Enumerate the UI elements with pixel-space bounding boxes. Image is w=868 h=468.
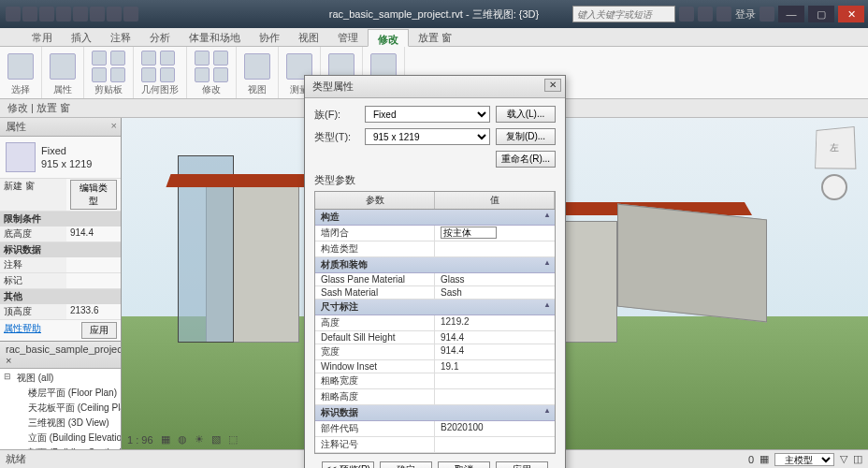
detail-level-icon[interactable]: ▦: [161, 433, 170, 446]
ribbon-tool-icon[interactable]: [92, 67, 107, 82]
tab-2[interactable]: 注释: [101, 28, 140, 46]
properties-close-icon[interactable]: ×: [111, 120, 117, 131]
visual-style-icon[interactable]: ◍: [178, 433, 187, 446]
param-value[interactable]: [435, 241, 555, 256]
tab-5[interactable]: 协作: [250, 28, 289, 46]
star-icon[interactable]: [716, 7, 731, 22]
dialog-close-button[interactable]: ✕: [544, 79, 561, 92]
param-value[interactable]: Sash: [435, 286, 555, 299]
qat-open-icon[interactable]: [22, 7, 37, 22]
ribbon-tool-icon[interactable]: [110, 67, 125, 82]
instance-filter[interactable]: 新建 窗: [0, 179, 66, 211]
properties-apply-button[interactable]: 应用: [81, 322, 117, 339]
param-value[interactable]: 914.4: [435, 344, 555, 359]
ribbon-tool-icon[interactable]: [195, 67, 210, 82]
edit-type-button[interactable]: 编辑类型: [70, 180, 117, 210]
tab-9[interactable]: 放置 窗: [409, 28, 461, 46]
param-value-input[interactable]: [441, 227, 497, 239]
minimize-button[interactable]: —: [778, 6, 804, 22]
param-group-header[interactable]: 标识数据: [315, 405, 555, 421]
help-icon[interactable]: [760, 7, 774, 22]
ribbon-tool-icon[interactable]: [195, 51, 210, 66]
tree-node[interactable]: 视图 (all): [0, 371, 121, 386]
qat-undo-icon[interactable]: [56, 7, 71, 22]
dialog-title-label: 类型属性: [312, 80, 354, 92]
param-value[interactable]: [435, 389, 555, 404]
param-value[interactable]: 914.4: [435, 331, 555, 344]
qat-measure-icon[interactable]: [107, 7, 122, 22]
tree-node[interactable]: 楼层平面 (Floor Plan): [0, 386, 121, 401]
nav-wheel-icon[interactable]: [821, 174, 847, 200]
prop-value[interactable]: 914.4: [66, 227, 121, 241]
properties-help-link[interactable]: 属性帮助: [4, 322, 41, 335]
tab-0[interactable]: 常用: [22, 28, 62, 46]
crop-icon[interactable]: ⬚: [228, 433, 238, 446]
editable-only-icon[interactable]: ◫: [853, 453, 862, 465]
filter-icon[interactable]: ▽: [840, 453, 847, 465]
tab-7[interactable]: 管理: [328, 28, 368, 46]
tab-1[interactable]: 插入: [62, 28, 101, 46]
tab-6[interactable]: 视图: [289, 28, 328, 46]
dialog-apply-button[interactable]: 应用: [496, 461, 548, 468]
ribbon-tool-icon[interactable]: [141, 51, 156, 66]
param-value[interactable]: [435, 373, 555, 388]
ribbon-tool-icon[interactable]: [160, 51, 175, 66]
close-button[interactable]: ✕: [838, 6, 864, 22]
qat-redo-icon[interactable]: [73, 7, 88, 22]
ribbon-tool-icon[interactable]: [213, 67, 228, 82]
tab-4[interactable]: 体量和场地: [180, 28, 250, 46]
maximize-button[interactable]: ▢: [808, 6, 834, 22]
param-group-header[interactable]: 尺寸标注: [315, 300, 555, 315]
qat-print-icon[interactable]: [90, 7, 105, 22]
ribbon-tool-icon[interactable]: [92, 51, 107, 66]
shadows-icon[interactable]: ▧: [211, 433, 221, 446]
worksets-icon[interactable]: ▦: [760, 453, 769, 465]
type-select[interactable]: 915 x 1219: [365, 128, 490, 145]
ribbon-tool-icon[interactable]: [110, 51, 125, 66]
load-button[interactable]: 载入(L)...: [496, 106, 556, 123]
param-group-header[interactable]: 材质和装饰: [315, 257, 555, 273]
type-selector[interactable]: Fixed 915 x 1219: [0, 137, 121, 179]
param-value[interactable]: B2020100: [435, 421, 555, 436]
search-input[interactable]: [572, 6, 675, 22]
prop-value[interactable]: [66, 257, 121, 272]
ok-button[interactable]: 确定: [380, 461, 432, 468]
app-menu-icon[interactable]: [6, 7, 21, 22]
duplicate-button[interactable]: 复制(D)...: [496, 128, 556, 145]
prop-group-header[interactable]: 标识数据: [0, 242, 121, 257]
preview-button[interactable]: << 预览(P): [322, 461, 374, 468]
cancel-button[interactable]: 取消: [438, 461, 490, 468]
ribbon-tool-icon[interactable]: [141, 67, 156, 82]
qat-save-icon[interactable]: [39, 7, 54, 22]
ribbon-tool-icon[interactable]: [160, 67, 175, 82]
tab-8[interactable]: 修改: [368, 29, 409, 47]
prop-group-header[interactable]: 其他: [0, 289, 121, 304]
param-group-header[interactable]: 构造: [315, 210, 555, 226]
viewcube[interactable]: 左: [815, 126, 856, 169]
prop-group-header[interactable]: 限制条件: [0, 212, 121, 227]
prop-value[interactable]: 2133.6: [66, 304, 121, 319]
tree-node[interactable]: 立面 (Building Elevation): [0, 431, 121, 446]
design-option-select[interactable]: 主模型: [774, 453, 834, 466]
tree-node[interactable]: 三维视图 (3D View): [0, 416, 121, 431]
param-value[interactable]: [435, 437, 555, 452]
tree-node[interactable]: 天花板平面 (Ceiling Plan): [0, 401, 121, 416]
login-link[interactable]: 登录: [735, 7, 756, 22]
comm-icon[interactable]: [698, 7, 713, 22]
ribbon-tool-icon[interactable]: [50, 53, 76, 80]
param-value[interactable]: 19.1: [435, 360, 555, 373]
prop-value[interactable]: [66, 273, 121, 288]
rename-button[interactable]: 重命名(R)...: [496, 151, 556, 168]
ribbon-tool-icon[interactable]: [244, 53, 270, 80]
ribbon-tool-icon[interactable]: [7, 53, 34, 80]
param-value[interactable]: Glass: [435, 273, 555, 285]
sun-path-icon[interactable]: ☀: [195, 433, 204, 446]
param-value[interactable]: [435, 226, 555, 241]
param-value[interactable]: 1219.2: [435, 315, 555, 330]
qat-sync-icon[interactable]: [123, 7, 138, 22]
scale-value[interactable]: 1 : 96: [127, 434, 153, 446]
infocenter-icon[interactable]: [679, 7, 694, 22]
family-select[interactable]: Fixed: [365, 106, 490, 123]
ribbon-tool-icon[interactable]: [213, 51, 228, 66]
tab-3[interactable]: 分析: [140, 28, 180, 46]
